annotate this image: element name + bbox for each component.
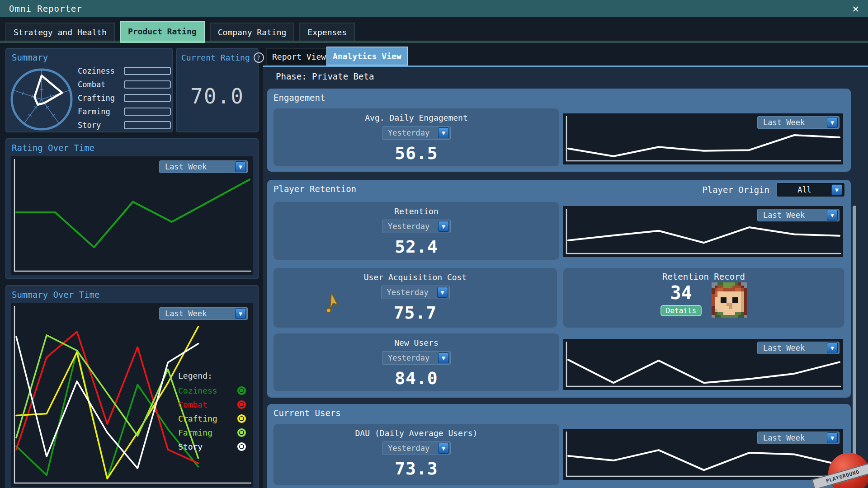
dropdown-value: Yesterday <box>388 444 429 453</box>
dau-period-dropdown[interactable]: Yesterday ▼ <box>382 441 451 455</box>
retention-record-value: 34 <box>670 284 692 302</box>
bar-track <box>124 108 171 116</box>
player-origin-dropdown[interactable]: All ▼ <box>777 183 844 197</box>
character-avatar-image <box>712 282 747 318</box>
title-bar: Omni Reporter ✕ <box>0 0 868 17</box>
dropdown-arrow-icon[interactable]: ▼ <box>235 308 246 319</box>
dropdown-value: Last Week <box>763 118 805 127</box>
bar-label: Farming <box>78 107 124 116</box>
engagement-period-dropdown[interactable]: Yesterday ▼ <box>382 126 451 140</box>
summary-over-time-title: Summary Over Time <box>12 290 99 300</box>
retention-chart: Last Week ▼ <box>563 206 843 257</box>
legend-label: Coziness <box>178 386 217 395</box>
view-tab-underline <box>263 66 868 67</box>
legend-label: Story <box>178 442 203 451</box>
mouse-cursor-icon <box>326 292 340 313</box>
dropdown-value: Last Week <box>763 343 805 352</box>
current-rating-value: 70.0 <box>177 84 258 108</box>
dropdown-arrow-icon[interactable]: ▼ <box>235 161 246 172</box>
stat-title: New Users <box>394 338 439 347</box>
legend-label: Crafting <box>178 414 217 423</box>
summary-range-dropdown[interactable]: Last Week ▼ <box>159 307 248 320</box>
stat-title: DAU (Daily Average Users) <box>355 428 478 438</box>
summary-panel: Summary Coziness Combat Crafting Farming… <box>5 48 173 132</box>
dau-value: 73.3 <box>395 459 438 479</box>
dropdown-arrow-icon[interactable]: ▼ <box>438 352 449 363</box>
tab-underline <box>0 41 868 43</box>
uac-stat-card: User Acquisition Cost Yesterday ▼ 75.7 <box>273 267 558 328</box>
legend-label: Farming <box>178 428 212 437</box>
dropdown-arrow-icon[interactable]: ▼ <box>437 287 448 298</box>
retention-range-dropdown[interactable]: Last Week ▼ <box>757 209 840 221</box>
summary-bar-farming: Farming <box>78 106 171 117</box>
dropdown-arrow-icon[interactable]: ▼ <box>438 443 449 454</box>
stat-title: User Acquisition Cost <box>364 272 467 282</box>
dropdown-value: Yesterday <box>388 353 429 362</box>
dau-stat-card: DAU (Daily Average Users) Yesterday ▼ 73… <box>273 423 560 486</box>
current-rating-label: Current Rating <box>181 53 250 62</box>
dropdown-value: All <box>778 185 831 194</box>
current-rating-panel: Current Rating ? 70.0 <box>176 48 259 132</box>
retention-period-dropdown[interactable]: Yesterday ▼ <box>382 220 451 233</box>
player-origin-label: Player Origin <box>702 185 769 195</box>
new-users-value: 84.0 <box>395 368 438 388</box>
dau-range-dropdown[interactable]: Last Week ▼ <box>757 432 840 444</box>
dropdown-value: Yesterday <box>388 128 429 137</box>
main-tab-bar: Strategy and Health Product Rating Compa… <box>0 17 868 43</box>
rating-over-time-chart: Last Week ▼ <box>11 156 253 275</box>
new-users-range-dropdown[interactable]: Last Week ▼ <box>757 342 840 354</box>
engagement-range-dropdown[interactable]: Last Week ▼ <box>757 116 840 129</box>
chart-legend: Legend: Coziness Combat Crafting Farming <box>178 371 246 456</box>
ring-icon <box>237 386 246 395</box>
tab-product-rating[interactable]: Product Rating <box>120 21 205 41</box>
dropdown-arrow-icon[interactable]: ▼ <box>827 343 838 353</box>
engagement-value: 56.5 <box>395 143 438 163</box>
bar-track <box>124 94 171 102</box>
tab-expenses[interactable]: Expenses <box>299 23 355 41</box>
dropdown-value: Last Week <box>763 211 805 220</box>
tab-strategy-and-health[interactable]: Strategy and Health <box>5 23 115 41</box>
vertical-scrollbar[interactable] <box>853 206 856 488</box>
help-icon[interactable]: ? <box>254 52 264 63</box>
dropdown-arrow-icon[interactable]: ▼ <box>831 184 842 195</box>
dropdown-arrow-icon[interactable]: ▼ <box>827 432 838 443</box>
legend-item-combat: Combat <box>178 400 246 409</box>
summary-over-time-panel: Summary Over Time Last Week ▼ Legend: Co… <box>5 285 259 488</box>
dropdown-arrow-icon[interactable]: ▼ <box>827 117 838 128</box>
ring-icon <box>237 414 246 423</box>
ring-icon <box>237 442 246 451</box>
rating-range-dropdown[interactable]: Last Week ▼ <box>159 160 248 173</box>
uac-period-dropdown[interactable]: Yesterday ▼ <box>381 286 450 299</box>
summary-bar-coziness: Coziness <box>78 65 171 77</box>
tab-analytics-view[interactable]: Analytics View <box>326 47 408 66</box>
retention-record-title: Retention Record <box>662 272 745 282</box>
legend-item-farming: Farming <box>178 428 246 437</box>
legend-label: Combat <box>178 400 208 409</box>
tab-company-rating[interactable]: Company Rating <box>210 23 295 41</box>
retention-value: 52.4 <box>395 237 438 257</box>
dropdown-value: Last Week <box>165 162 207 171</box>
tab-report-view[interactable]: Report View <box>266 48 332 66</box>
summary-radar-chart <box>8 65 75 132</box>
engagement-section: Engagement Avg. Daily Engagement Yesterd… <box>267 89 851 172</box>
dropdown-arrow-icon[interactable]: ▼ <box>438 127 449 138</box>
dau-chart: Last Week ▼ <box>563 429 843 480</box>
retention-stat-card: Retention Yesterday ▼ 52.4 <box>273 201 560 261</box>
bar-track <box>124 80 171 89</box>
dropdown-value: Yesterday <box>387 288 429 297</box>
rating-over-time-title: Rating Over Time <box>12 143 94 153</box>
new-users-period-dropdown[interactable]: Yesterday ▼ <box>382 351 451 365</box>
bar-label: Crafting <box>78 94 124 103</box>
summary-bar-story: Story <box>78 119 171 131</box>
close-icon[interactable]: ✕ <box>853 3 859 14</box>
summary-bar-combat: Combat <box>78 79 171 90</box>
dropdown-arrow-icon[interactable]: ▼ <box>827 210 838 221</box>
dropdown-arrow-icon[interactable]: ▼ <box>438 221 449 232</box>
retention-record-card: Retention Record 34 Details <box>562 267 845 328</box>
rating-over-time-panel: Rating Over Time Last Week ▼ <box>5 138 259 279</box>
ring-icon <box>237 428 246 437</box>
player-retention-header: Player Retention <box>274 184 356 194</box>
window-title: Omni Reporter <box>9 4 82 14</box>
ring-icon <box>237 400 246 409</box>
details-button[interactable]: Details <box>660 305 702 316</box>
